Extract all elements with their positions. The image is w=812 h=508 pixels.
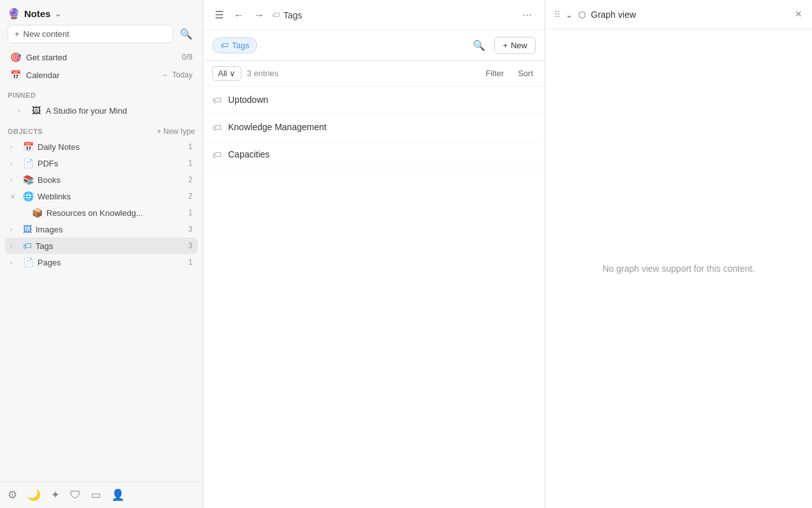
tag-icon: 🏷: [212, 149, 222, 160]
tags-chip-label: Tags: [232, 41, 249, 50]
tags-label: Tags: [36, 241, 53, 251]
graph-view-icon: ⬡: [578, 10, 586, 20]
new-content-button[interactable]: + New content: [8, 25, 173, 43]
images-count: 3: [188, 225, 193, 234]
tag-chip-icon: 🏷: [220, 41, 229, 50]
sidebar-title[interactable]: 🔮 Notes ⌄: [8, 8, 61, 20]
entry-name: Uptodown: [228, 95, 268, 105]
sort-button[interactable]: Sort: [515, 67, 536, 79]
new-type-button[interactable]: + New type: [157, 127, 195, 136]
tag-icon: 🏷: [272, 10, 280, 20]
right-panel-title: Graph view: [591, 10, 636, 20]
list-item[interactable]: 🏷 Capacities ···: [203, 141, 545, 168]
sidebar-item-get-started[interactable]: 🎯 Get started 0/9: [5, 48, 198, 66]
sidebar-item-studio[interactable]: › 🖼 A Studio for your Mind: [5, 102, 198, 119]
forward-button[interactable]: →: [252, 7, 267, 23]
all-dropdown[interactable]: All ∨: [212, 66, 241, 81]
search-button[interactable]: 🔍: [177, 25, 195, 43]
objects-section-label: Objects + New type: [0, 119, 203, 138]
settings-icon[interactable]: ⚙: [8, 488, 17, 502]
resources-label: Resources on Knowledg...: [46, 208, 143, 218]
sidebar-item-tags[interactable]: › 🏷 Tags 3: [5, 237, 198, 254]
chevron-down-icon: ∨: [10, 192, 19, 201]
sidebar-title-text: Notes: [24, 8, 51, 19]
back-button[interactable]: ←: [231, 7, 247, 23]
tags-chip[interactable]: 🏷 Tags: [212, 37, 257, 53]
entries-list: 🏷 Uptodown ··· 🏷 Knowledge Management ··…: [203, 86, 545, 508]
expand-icon[interactable]: ⌄: [565, 10, 573, 20]
daily-notes-count: 1: [188, 142, 193, 151]
daily-notes-label: Daily Notes: [37, 142, 79, 152]
dropdown-chevron-icon: ∨: [229, 69, 236, 78]
weblinks-icon: 🌐: [23, 191, 34, 201]
window-icon[interactable]: ▭: [91, 488, 101, 502]
get-started-label: Get started: [26, 53, 67, 62]
sidebar-item-calendar[interactable]: 📅 Calendar → Today: [5, 66, 198, 84]
main-panel: ☰ ← → 🏷 Tags ··· 🏷 Tags 🔍 + New: [203, 0, 545, 508]
sidebar-item-images[interactable]: › 🖼 Images 3: [5, 221, 198, 237]
shield-icon[interactable]: 🛡: [70, 489, 81, 502]
get-started-icon: 🎯: [10, 52, 21, 62]
breadcrumb: 🏷 Tags: [272, 10, 302, 20]
more-options-button[interactable]: ···: [518, 7, 536, 23]
weblinks-count: 2: [188, 192, 193, 201]
right-panel-header: ⠿ ⌄ ⬡ Graph view ×: [545, 0, 812, 29]
sidebar-item-pages[interactable]: › 📄 Pages 1: [5, 254, 198, 271]
chevron-right-icon: ›: [10, 159, 19, 167]
resources-count: 1: [188, 208, 193, 217]
objects-nav: › 📅 Daily Notes 1 › 📄 PDFs 1 › 📚 Books 2: [0, 138, 203, 271]
images-icon: 🖼: [23, 224, 32, 234]
pdfs-label: PDFs: [37, 159, 58, 168]
entry-name: Capacities: [228, 149, 269, 159]
tags-count: 3: [188, 241, 193, 250]
sidebar: 🔮 Notes ⌄ + New content 🔍 🎯 Get started …: [0, 0, 203, 508]
sidebar-nav: 🎯 Get started 0/9 📅 Calendar → Today: [0, 48, 203, 84]
pinned-section-label: Pinned: [0, 84, 203, 102]
main-header: ☰ ← → 🏷 Tags ···: [203, 0, 545, 30]
tags-icon: 🏷: [23, 241, 32, 251]
sidebar-item-books[interactable]: › 📚 Books 2: [5, 171, 198, 188]
tag-icon: 🏷: [212, 95, 222, 105]
entry-name: Knowledge Management: [228, 122, 327, 132]
plus-icon: +: [15, 29, 20, 39]
close-button[interactable]: ×: [794, 6, 803, 22]
new-button[interactable]: + New: [494, 37, 536, 54]
night-mode-icon[interactable]: 🌙: [27, 488, 41, 502]
daily-notes-icon: 📅: [23, 142, 34, 152]
drag-icon: ⠿: [554, 10, 560, 20]
studio-icon: 🖼: [32, 105, 41, 116]
new-label: New: [511, 41, 527, 50]
list-item[interactable]: 🏷 Knowledge Management ···: [203, 114, 545, 141]
studio-label: A Studio for your Mind: [46, 106, 127, 116]
sidebar-item-resources[interactable]: 📦 Resources on Knowledg... 1: [5, 204, 198, 221]
search-button[interactable]: 🔍: [470, 37, 488, 54]
sidebar-item-daily-notes[interactable]: › 📅 Daily Notes 1: [5, 138, 198, 155]
sidebar-item-pdfs[interactable]: › 📄 PDFs 1: [5, 155, 198, 171]
books-icon: 📚: [23, 175, 34, 185]
breadcrumb-text: Tags: [283, 10, 302, 20]
chevron-down-icon: ⌄: [55, 10, 61, 18]
list-view-button[interactable]: ☰: [212, 6, 226, 23]
sidebar-header: 🔮 Notes ⌄: [0, 0, 203, 25]
filter-button[interactable]: Filter: [483, 67, 506, 79]
books-label: Books: [37, 175, 60, 185]
calendar-today: Today: [172, 70, 193, 79]
chevron-right-icon: ›: [10, 242, 19, 250]
new-content-label: New content: [24, 29, 69, 39]
right-panel-content: No graph view support for this content.: [545, 29, 812, 508]
sidebar-footer: ⚙ 🌙 ✦ 🛡 ▭ 👤: [0, 481, 203, 508]
calendar-label: Calendar: [26, 70, 60, 80]
chevron-right-icon: ›: [10, 225, 19, 233]
pinned-nav: › 🖼 A Studio for your Mind: [0, 102, 203, 119]
sparkle-icon[interactable]: ✦: [51, 488, 60, 502]
no-support-message: No graph view support for this content.: [602, 262, 755, 276]
list-item[interactable]: 🏷 Uptodown ···: [203, 86, 545, 114]
chevron-right-icon: ›: [18, 107, 27, 114]
pdfs-icon: 📄: [23, 158, 34, 168]
tag-icon: 🏷: [212, 122, 222, 133]
pages-icon: 📄: [23, 257, 34, 267]
user-icon[interactable]: 👤: [111, 488, 125, 502]
pages-label: Pages: [37, 258, 61, 267]
sidebar-item-weblinks[interactable]: ∨ 🌐 Weblinks 2: [5, 188, 198, 204]
tags-toolbar: 🏷 Tags 🔍 + New: [203, 30, 545, 61]
